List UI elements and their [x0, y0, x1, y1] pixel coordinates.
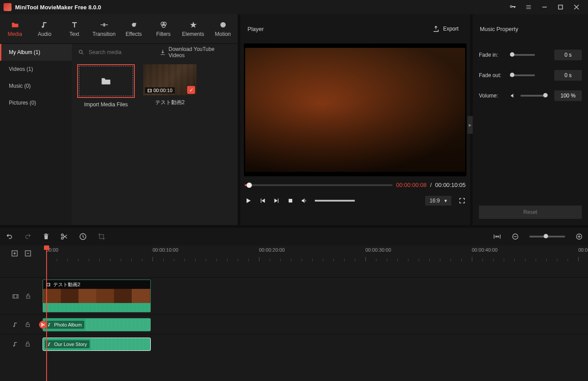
volume-slider[interactable] [521, 95, 545, 97]
zoom-slider[interactable] [529, 236, 565, 237]
media-sidebar: My Album (1) Videos (1) Music (0) Pictur… [0, 44, 72, 225]
tab-transition[interactable]: Transition [89, 14, 119, 43]
import-media-tile[interactable]: Import Media Files [77, 64, 135, 108]
tab-label: Transition [92, 31, 115, 37]
sidebar-item-label: Videos (1) [9, 66, 33, 72]
time-ruler[interactable]: 00:0000:00:10:0000:00:20:0000:00:30:0000… [43, 245, 588, 261]
svg-rect-22 [26, 324, 29, 327]
svg-rect-23 [26, 344, 29, 346]
download-icon [160, 49, 166, 55]
fullscreen-icon[interactable] [459, 197, 466, 204]
media-panel: Media Audio Text Transition Effects Filt… [0, 14, 238, 225]
redo-icon[interactable] [24, 233, 32, 241]
timeline-audio-clip-selected[interactable]: Our Love Story [43, 338, 151, 351]
activate-key-icon[interactable] [505, 0, 521, 14]
download-youtube-link[interactable]: Download YouTube Videos [160, 46, 231, 58]
fade-in-slider[interactable] [510, 54, 535, 56]
export-label: Export [443, 26, 459, 32]
fade-out-slider[interactable] [510, 74, 535, 76]
remove-track-icon[interactable] [24, 250, 31, 257]
tab-label: Elements [182, 31, 204, 37]
sidebar-item-label: Pictures (0) [9, 100, 36, 106]
volume-icon[interactable] [301, 197, 308, 204]
effects-icon [130, 20, 138, 29]
speed-icon[interactable] [79, 233, 87, 241]
zoom-out-icon[interactable] [512, 233, 519, 240]
close-icon[interactable] [568, 0, 584, 14]
fade-in-row: Fade in: 0 s [479, 50, 582, 60]
video-track-icon [12, 293, 19, 299]
split-handle-icon[interactable] [39, 321, 47, 329]
undo-icon[interactable] [5, 233, 13, 241]
lock-icon[interactable] [25, 321, 31, 328]
next-frame-icon[interactable] [273, 197, 280, 204]
tab-motion[interactable]: Motion [208, 14, 238, 43]
delete-icon[interactable] [43, 233, 50, 241]
current-time: 00:00:00:08 [396, 182, 427, 188]
playhead[interactable] [46, 245, 47, 381]
music-note-icon [47, 323, 52, 327]
preview-viewport[interactable] [244, 43, 466, 176]
svg-rect-8 [148, 89, 151, 92]
playback-progress-bar[interactable] [245, 184, 392, 186]
split-icon[interactable] [60, 233, 68, 241]
search-icon [78, 49, 84, 55]
timeline-video-clip[interactable]: テスト動画2 [43, 280, 151, 312]
svg-point-5 [162, 24, 165, 28]
tab-text[interactable]: Text [59, 14, 89, 43]
svg-rect-9 [289, 199, 292, 202]
tab-effects[interactable]: Effects [119, 14, 149, 43]
media-area: Download YouTube Videos Import Media Fil… [72, 44, 238, 225]
sidebar-item-music[interactable]: Music (0) [0, 78, 72, 94]
stop-icon[interactable] [287, 198, 294, 204]
sidebar-item-my-album[interactable]: My Album (1) [0, 44, 72, 61]
timeline: 00:0000:00:10:0000:00:20:0000:00:30:0000… [0, 245, 588, 381]
tab-label: Filters [156, 31, 171, 37]
maximize-icon[interactable] [553, 0, 568, 14]
aspect-ratio-select[interactable]: 16:9▾ [425, 196, 451, 206]
duration-badge: 00:00:10 [145, 87, 175, 93]
minimize-icon[interactable] [537, 0, 553, 14]
fade-out-row: Fade out: 0 s [479, 70, 582, 81]
tab-label: Audio [38, 31, 51, 37]
tab-label: Media [8, 31, 22, 37]
media-clip-tile[interactable]: 00:00:10 ✓ テスト動画2 [141, 64, 199, 106]
lock-icon[interactable] [25, 341, 31, 347]
export-button[interactable]: Export [428, 23, 463, 35]
tab-elements[interactable]: Elements [178, 14, 208, 43]
sidebar-item-videos[interactable]: Videos (1) [0, 61, 72, 78]
folder-icon [11, 20, 20, 29]
clip-name: テスト動画2 [155, 99, 185, 106]
add-track-icon[interactable] [11, 250, 18, 257]
tab-media[interactable]: Media [0, 14, 30, 43]
zoom-in-icon[interactable] [576, 233, 583, 240]
import-media-label: Import Media Files [84, 101, 128, 108]
tab-filters[interactable]: Filters [149, 14, 178, 43]
svg-point-6 [220, 22, 226, 27]
svg-point-7 [79, 50, 82, 53]
player-panel: Player Export 00:00:00:08 / 00:00:10:05 … [240, 14, 470, 225]
fit-timeline-icon[interactable] [493, 233, 501, 240]
lock-icon[interactable] [25, 293, 31, 299]
prev-frame-icon[interactable] [259, 197, 266, 204]
volume-value: 100 % [554, 90, 582, 101]
sidebar-item-pictures[interactable]: Pictures (0) [0, 94, 72, 111]
hamburger-menu-icon[interactable] [521, 0, 537, 14]
app-logo [4, 3, 12, 11]
reset-button[interactable]: Reset [479, 206, 582, 219]
svg-point-2 [135, 23, 136, 24]
total-time: 00:00:10:05 [435, 182, 466, 188]
music-note-icon [47, 342, 52, 346]
film-icon [147, 88, 152, 93]
crop-icon[interactable] [98, 233, 106, 241]
search-input[interactable] [89, 49, 155, 55]
collapse-handle-icon[interactable]: ▸ [467, 116, 473, 134]
timeline-toolbar [0, 228, 588, 245]
volume-slider[interactable] [315, 200, 355, 202]
timeline-audio-clip[interactable]: Photo Album [43, 318, 151, 331]
tab-audio[interactable]: Audio [30, 14, 59, 43]
fade-in-value: 0 s [554, 50, 582, 60]
play-icon[interactable] [245, 197, 252, 204]
property-panel: ▸ Music Property Fade in: 0 s Fade out: … [473, 14, 588, 225]
export-icon [432, 25, 439, 32]
